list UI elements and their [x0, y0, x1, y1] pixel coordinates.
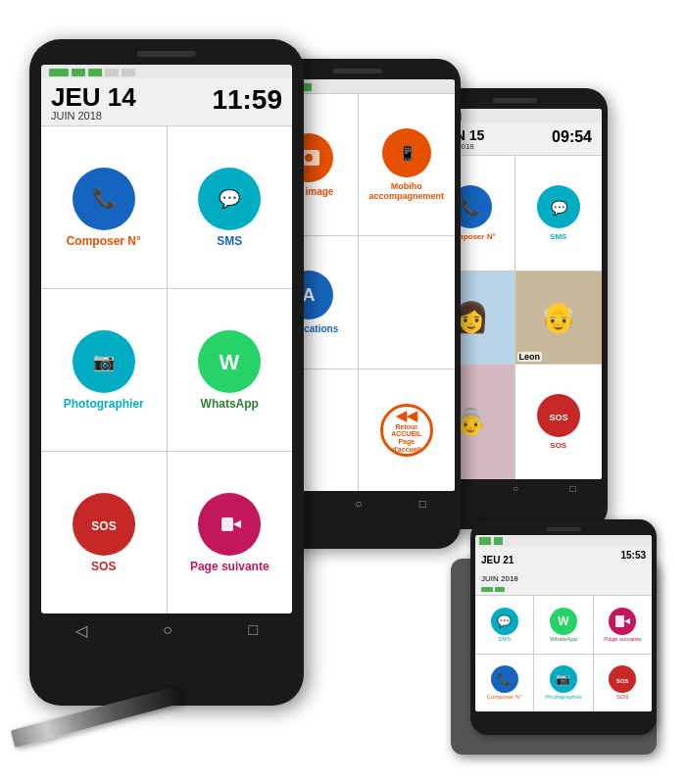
app-cell-photo[interactable]: 📷 Photographier: [41, 289, 167, 451]
dock-battery: [479, 537, 503, 545]
sms-icon: 💬: [198, 168, 261, 230]
svg-text:SOS: SOS: [549, 413, 567, 422]
app-cell-retour[interactable]: ◀◀ RetourACCUEILPage d'accueil: [359, 369, 456, 491]
dock-sms[interactable]: 💬 SMS: [475, 596, 533, 654]
dock: JEU 21 JUIN 2018 15:53 💬: [451, 519, 666, 755]
mobiho-label: Mobiho accompagnement: [363, 181, 452, 201]
app-cell-composer[interactable]: 📞 Composer N°: [41, 126, 167, 288]
scene: JEU 14 JUIN 2018 11:59 📞 Composer N° 💬: [0, 0, 686, 784]
page-icon: [198, 493, 261, 556]
svg-text:📱: 📱: [398, 145, 416, 162]
app-cell-empty1: [359, 236, 456, 368]
dock-composer[interactable]: 📞 Composer N°: [475, 655, 533, 712]
app-sos-3[interactable]: SOS SOS: [515, 365, 603, 479]
svg-text:📞: 📞: [91, 186, 116, 210]
dock-composer-label: Composer N°: [487, 694, 522, 700]
dock-grid: 💬 SMS W WhatsApp P: [475, 595, 652, 711]
nav-back[interactable]: ◁: [75, 621, 87, 640]
dock-time: 15:53: [620, 550, 646, 592]
sos-label-3: SOS: [550, 441, 566, 450]
dock-photo-label: Photographier: [545, 694, 582, 700]
dock-date-block: JEU 21 JUIN 2018: [481, 550, 518, 592]
svg-point-15: [305, 154, 313, 162]
nav-home[interactable]: ○: [163, 621, 172, 640]
photo-icon: 📷: [73, 330, 135, 393]
bat-bar-3: [88, 69, 102, 76]
svg-marker-27: [624, 618, 630, 624]
nav-bar-main: ◁ ○ □: [37, 613, 296, 644]
nav3-recent[interactable]: □: [570, 483, 576, 494]
svg-text:💬: 💬: [550, 200, 567, 217]
sos-icon-3: SOS: [537, 394, 580, 437]
bat-bar-2: [72, 69, 85, 76]
app-grid-main: 📞 Composer N° 💬 SMS 📷 Photographie: [41, 125, 292, 613]
sms-label: SMS: [217, 234, 242, 248]
leon-photo: 👴: [540, 300, 576, 334]
date-main: JEU 14: [51, 84, 136, 110]
status-bar-main: [41, 65, 292, 78]
dock-photo[interactable]: 📷 Photographier: [534, 655, 592, 712]
whatsapp-icon: W: [198, 330, 261, 393]
battery-indicator: [49, 69, 135, 76]
dock-bar1: [481, 587, 493, 592]
dock-sms-label: SMS: [498, 636, 511, 642]
dock-composer-icon: 📞: [491, 665, 518, 693]
sms-label-3: SMS: [550, 232, 566, 241]
sms-icon-3: 💬: [537, 185, 580, 228]
svg-text:📷: 📷: [93, 351, 116, 372]
dock-whatsapp[interactable]: W WhatsApp: [534, 596, 592, 654]
dock-status: [475, 535, 652, 547]
bat-bar-4: [105, 69, 119, 76]
sos-label: SOS: [91, 560, 116, 573]
svg-text:SOS: SOS: [91, 519, 116, 533]
nav2-recent[interactable]: □: [419, 497, 426, 511]
whatsapp-label: WhatsApp: [201, 397, 259, 411]
svg-rect-11: [221, 517, 233, 531]
dock-screen: JEU 21 JUIN 2018 15:53 💬: [475, 535, 652, 711]
dock-bat-1: [479, 537, 491, 545]
composer-icon: 📞: [73, 168, 135, 230]
datetime-row-main: JEU 14 JUIN 2018 11:59: [41, 78, 292, 125]
app-cell-mobiho[interactable]: 📱 Mobiho accompagnement: [359, 94, 456, 235]
leon-label: Leon: [517, 352, 543, 362]
app-cell-sms[interactable]: 💬 SMS: [168, 126, 293, 288]
mobiho-icon: 📱: [382, 128, 431, 177]
svg-text:💬: 💬: [219, 188, 241, 210]
dock-wa-label: WhatsApp: [550, 636, 577, 642]
dock-speaker: [547, 527, 581, 531]
date-part-main: JEU 14 JUIN 2018: [51, 84, 136, 122]
dock-page[interactable]: Page suivante: [594, 596, 652, 654]
svg-text:📞: 📞: [461, 198, 480, 217]
app-cell-whatsapp[interactable]: W WhatsApp: [168, 289, 293, 451]
dock-wrap: JEU 21 JUIN 2018 15:53 💬: [451, 519, 666, 755]
dock-sos-icon: SOS: [609, 665, 636, 693]
dock-bar2: [495, 587, 505, 592]
dock-page-label: Page suivante: [604, 636, 641, 642]
dock-sms-icon: 💬: [491, 608, 518, 635]
app-sms-3[interactable]: 💬 SMS: [515, 156, 603, 270]
dock-photo-icon: 📷: [550, 665, 577, 693]
phone-main: JEU 14 JUIN 2018 11:59 📞 Composer N° 💬: [29, 39, 304, 706]
dock-date: JEU 21: [481, 555, 514, 565]
dock-datetime-row: JEU 21 JUIN 2018 15:53: [475, 547, 652, 595]
composer-label: Composer N°: [67, 234, 141, 248]
app-cell-sos[interactable]: SOS SOS: [41, 452, 167, 613]
sos-icon: SOS: [73, 493, 135, 556]
svg-text:SOS: SOS: [616, 678, 629, 684]
bat-bar-1: [49, 69, 69, 76]
dock-wa-icon: W: [550, 608, 577, 635]
nav3-home[interactable]: ○: [513, 483, 518, 494]
app-cell-page[interactable]: Page suivante: [168, 452, 293, 613]
page-label: Page suivante: [190, 560, 270, 573]
retour-icon: ◀◀ RetourACCUEILPage d'accueil: [380, 404, 433, 457]
dock-monthyear: JUIN 2018: [481, 574, 518, 583]
app-leon[interactable]: 👴 Leon: [515, 271, 603, 365]
dock-sos[interactable]: SOS SOS: [594, 655, 652, 712]
nav-recent[interactable]: □: [249, 621, 259, 640]
nav2-home[interactable]: ○: [355, 497, 362, 511]
svg-rect-26: [615, 615, 624, 627]
dock-page-icon: [609, 608, 636, 635]
time-main: 11:59: [212, 84, 282, 116]
svg-text:A: A: [303, 285, 316, 305]
dock-bat-2: [494, 537, 503, 545]
